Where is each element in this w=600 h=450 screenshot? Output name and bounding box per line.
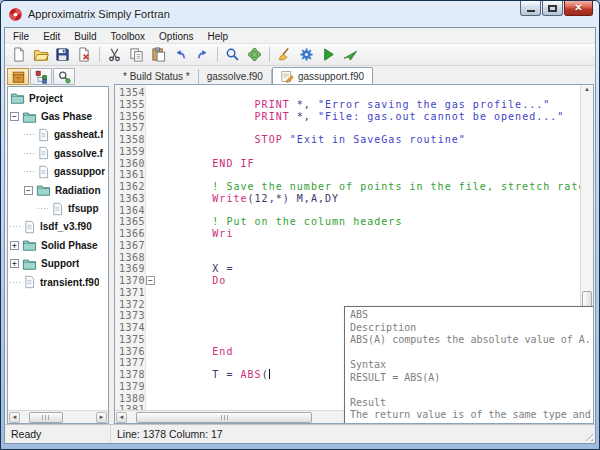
code-line[interactable]: 1368 bbox=[115, 252, 580, 264]
line-number: 1377 bbox=[115, 357, 146, 369]
tab-gassupport-f90[interactable]: gassupport.f90 bbox=[272, 67, 373, 84]
open-folder-button[interactable] bbox=[30, 45, 51, 65]
fold-margin bbox=[146, 334, 156, 346]
tab-gassolve-f90[interactable]: gassolve.f90 bbox=[199, 69, 272, 84]
close-file-icon bbox=[77, 47, 92, 62]
module-button[interactable] bbox=[244, 45, 265, 65]
close-button[interactable]: ✕ bbox=[564, 1, 593, 16]
code-line[interactable]: 1354 bbox=[115, 87, 580, 99]
code-text: T = ABS( bbox=[156, 369, 270, 381]
scroll-left-icon[interactable]: ◄ bbox=[9, 412, 20, 423]
editor-scroll-thumb[interactable] bbox=[136, 412, 312, 423]
tree-item-gas-phase[interactable]: −Gas Phase bbox=[10, 107, 108, 125]
fold-margin bbox=[146, 181, 156, 193]
search-project-button[interactable] bbox=[53, 68, 75, 85]
tree-scroll-track[interactable] bbox=[20, 412, 96, 423]
code-text: END IF bbox=[156, 158, 255, 170]
title-bar: Approximatrix Simply Fortran ✕ bbox=[1, 1, 599, 27]
scroll-right-icon[interactable]: ► bbox=[96, 412, 107, 423]
collapse-icon[interactable]: − bbox=[10, 112, 19, 121]
line-number: 1368 bbox=[115, 252, 146, 264]
menu-file[interactable]: File bbox=[6, 30, 36, 43]
toolbar-separator bbox=[217, 47, 218, 62]
copy-button[interactable] bbox=[126, 45, 147, 65]
tree-item-tfsupp[interactable]: tfsupp bbox=[10, 199, 108, 217]
window-title: Approximatrix Simply Fortran bbox=[28, 8, 170, 20]
menu-toolbox[interactable]: Toolbox bbox=[104, 30, 152, 43]
close-file-button[interactable] bbox=[74, 45, 95, 65]
clean-broom-button[interactable] bbox=[274, 45, 295, 65]
tree-item-label: gassuppor bbox=[54, 166, 105, 177]
code-line[interactable]: 1365 ! Put on the column headers bbox=[115, 216, 580, 228]
tree-connector bbox=[24, 134, 36, 135]
tree-item-label: Gas Phase bbox=[41, 111, 92, 122]
code-text: ! Save the number of points in the file,… bbox=[156, 181, 580, 193]
tree-item-radiation[interactable]: −Radiation bbox=[10, 181, 108, 199]
scroll-up-icon[interactable]: ▲ bbox=[584, 86, 590, 92]
line-number: 1366 bbox=[115, 228, 146, 240]
menu-options[interactable]: Options bbox=[152, 30, 200, 43]
file-tree-button[interactable] bbox=[30, 68, 52, 85]
undo-button[interactable] bbox=[170, 45, 191, 65]
code-line[interactable]: 1356 PRINT *, "File: gas.out cannot be o… bbox=[115, 111, 580, 123]
code-line[interactable]: 1363 Write(12,*) M,A,DY bbox=[115, 193, 580, 205]
build-gear-button[interactable] bbox=[296, 45, 317, 65]
line-number: 1359 bbox=[115, 146, 146, 158]
project-box-button[interactable] bbox=[7, 68, 29, 85]
find-button[interactable] bbox=[222, 45, 243, 65]
code-line[interactable]: 1362 ! Save the number of points in the … bbox=[115, 181, 580, 193]
tree-connector bbox=[10, 226, 22, 227]
code-line[interactable]: 1370− Do bbox=[115, 275, 580, 287]
save-button[interactable] bbox=[52, 45, 73, 65]
cut-button[interactable] bbox=[104, 45, 125, 65]
code-line[interactable]: 1358 STOP "Exit in SaveGas routine" bbox=[115, 134, 580, 146]
tree-item-support[interactable]: +Support bbox=[10, 255, 108, 273]
tree-item-lsdf-v3-f90[interactable]: lsdf_v3.f90 bbox=[10, 218, 108, 236]
code-line[interactable]: 1357 bbox=[115, 122, 580, 134]
tree-item-gassheat-f[interactable]: gassheat.f bbox=[10, 126, 108, 144]
module-icon bbox=[247, 47, 262, 62]
paste-button[interactable] bbox=[148, 45, 169, 65]
tree-horizontal-scrollbar[interactable]: ◄ ► bbox=[8, 410, 108, 423]
code-line[interactable]: 1355 PRINT *, "Error saving the gas prof… bbox=[115, 99, 580, 111]
code-text: End bbox=[156, 346, 233, 358]
tree-connector bbox=[24, 171, 36, 172]
tab-build-status[interactable]: * Build Status * bbox=[115, 69, 199, 84]
redo-button[interactable] bbox=[192, 45, 213, 65]
fold-marker-icon[interactable]: − bbox=[146, 276, 155, 285]
run-play-button[interactable] bbox=[318, 45, 339, 65]
tree-item-gassolve-f[interactable]: gassolve.f bbox=[10, 144, 108, 162]
tree-scroll-thumb[interactable] bbox=[29, 412, 62, 423]
fold-margin bbox=[146, 158, 156, 170]
minimize-button[interactable] bbox=[520, 1, 541, 16]
project-tree-panel: Project−Gas Phasegassheat.fgassolve.fgas… bbox=[7, 86, 109, 424]
fold-margin bbox=[146, 205, 156, 217]
line-number: 1378 bbox=[115, 369, 146, 381]
code-line[interactable]: 1367 bbox=[115, 240, 580, 252]
project-sidebar: Project−Gas Phasegassheat.fgassolve.fgas… bbox=[7, 67, 109, 424]
expand-icon[interactable]: + bbox=[10, 259, 19, 268]
tree-item-solid-phase[interactable]: +Solid Phase bbox=[10, 236, 108, 254]
code-line[interactable]: 1364 bbox=[115, 205, 580, 217]
menu-help[interactable]: Help bbox=[201, 30, 236, 43]
expand-icon[interactable]: + bbox=[10, 241, 19, 250]
fold-margin bbox=[146, 393, 156, 405]
launch-plane-button[interactable] bbox=[340, 45, 361, 65]
code-line[interactable]: 1369 X = bbox=[115, 263, 580, 275]
code-line[interactable]: 1371 bbox=[115, 287, 580, 299]
tree-item-project[interactable]: Project bbox=[10, 89, 108, 107]
menu-edit[interactable]: Edit bbox=[36, 30, 67, 43]
status-cursor-position: Line: 1378 Column: 17 bbox=[111, 425, 595, 443]
code-line[interactable]: 1366 Wri bbox=[115, 228, 580, 240]
code-line[interactable]: 1360 END IF bbox=[115, 158, 580, 170]
tree-item-transient-f90[interactable]: transient.f90 bbox=[10, 273, 108, 291]
new-file-button[interactable] bbox=[8, 45, 29, 65]
collapse-icon[interactable]: − bbox=[24, 186, 33, 195]
code-line[interactable]: 1359 bbox=[115, 146, 580, 158]
maximize-button[interactable] bbox=[542, 1, 563, 16]
line-number: 1361 bbox=[115, 169, 146, 181]
code-line[interactable]: 1361 bbox=[115, 169, 580, 181]
scroll-left-icon[interactable]: ◄ bbox=[116, 412, 127, 423]
tree-item-gassuppor[interactable]: gassuppor bbox=[10, 163, 108, 181]
menu-build[interactable]: Build bbox=[67, 30, 103, 43]
